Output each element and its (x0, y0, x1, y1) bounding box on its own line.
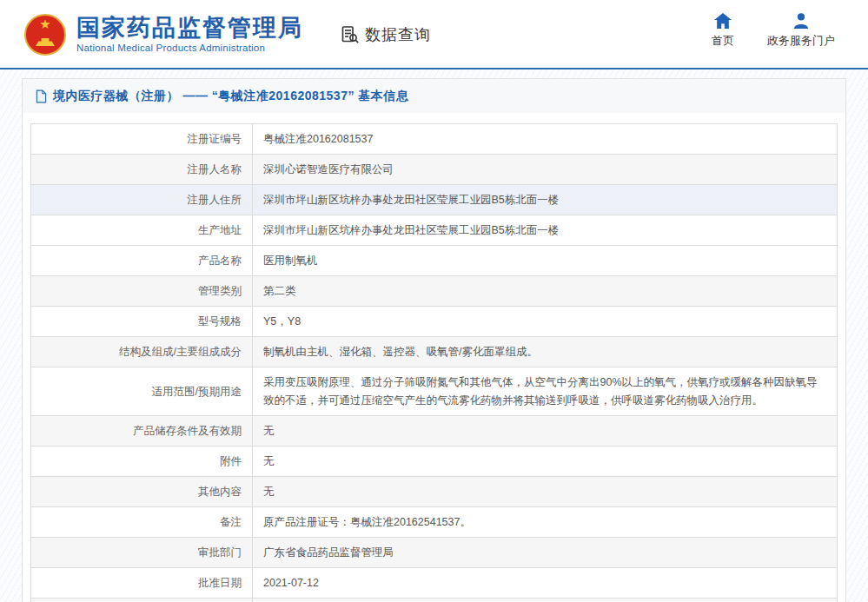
info-table-body: 注册证编号粤械注准20162081537注册人名称深圳心诺智造医疗有限公司注册人… (31, 124, 838, 602)
table-row: 注册证编号粤械注准20162081537 (31, 124, 838, 155)
page-title: 境内医疗器械（注册） —— “粤械注准20162081537” 基本信息 (53, 89, 408, 104)
nav-portal-label: 政务服务门户 (767, 33, 835, 49)
user-icon (792, 12, 811, 30)
registration-info-table: 注册证编号粤械注准20162081537注册人名称深圳心诺智造医疗有限公司注册人… (30, 123, 838, 602)
org-name-zh: 国家药品监督管理局 (76, 15, 303, 41)
row-label: 注册人住所 (31, 185, 253, 215)
org-name-en: National Medical Products Administration (76, 43, 303, 53)
row-value: 2021-07-12 (253, 568, 838, 599)
table-row: 产品储存条件及有效期无 (31, 416, 838, 447)
row-label: 备注 (31, 507, 253, 538)
org-title-block: 国家药品监督管理局 National Medical Products Admi… (76, 15, 303, 53)
row-value: 深圳心诺智造医疗有限公司 (253, 155, 838, 185)
row-value: Y5，Y8 (253, 307, 838, 337)
emblem-star-icon: ★ (39, 17, 50, 30)
table-row: 生效日期 (31, 599, 838, 602)
row-label: 生产地址 (31, 215, 253, 246)
emblem-gate-icon (36, 38, 55, 46)
data-query-label: 数据查询 (365, 24, 431, 45)
table-row: 适用范围/预期用途采用变压吸附原理、通过分子筛吸附氮气和其他气体，从空气中分离出… (31, 367, 838, 416)
row-label: 适用范围/预期用途 (31, 367, 253, 416)
row-label: 审批部门 (31, 538, 253, 568)
table-row: 其他内容无 (31, 477, 838, 507)
table-row: 结构及组成/主要组成成分制氧机由主机、湿化箱、遥控器、吸氧管/雾化面罩组成。 (31, 337, 838, 367)
row-value: 采用变压吸附原理、通过分子筛吸附氮气和其他气体，从空气中分离出90%以上的氧气，… (253, 367, 838, 416)
row-value: 粤械注准20162081537 (253, 124, 838, 155)
row-label: 生效日期 (31, 599, 253, 602)
content-box: 境内医疗器械（注册） —— “粤械注准20162081537” 基本信息 注册证… (22, 78, 846, 602)
row-value: 无 (253, 447, 838, 477)
data-query-icon (340, 24, 361, 45)
row-value: 第二类 (253, 276, 838, 307)
row-value: 制氧机由主机、湿化箱、遥控器、吸氧管/雾化面罩组成。 (253, 337, 838, 367)
table-row: 附件无 (31, 447, 838, 477)
nav-gov-portal[interactable]: 政务服务门户 (767, 12, 835, 49)
home-icon (713, 12, 732, 30)
page-title-bar: 境内医疗器械（注册） —— “粤械注准20162081537” 基本信息 (23, 79, 845, 113)
row-label: 产品储存条件及有效期 (31, 416, 253, 447)
table-row: 备注原产品注册证号：粤械注准20162541537。 (31, 507, 838, 538)
data-query-section[interactable]: 数据查询 (340, 24, 431, 45)
row-label: 型号规格 (31, 307, 253, 337)
table-row: 型号规格Y5，Y8 (31, 307, 838, 337)
document-icon (35, 89, 48, 103)
table-row: 批准日期2021-07-12 (31, 568, 838, 599)
site-header: ★ 国家药品监督管理局 National Medical Products Ad… (0, 0, 868, 68)
row-value: 深圳市坪山新区坑梓办事处龙田社区莹展工业园B5栋北面一楼 (253, 185, 838, 215)
header-nav: 首页 政务服务门户 (712, 12, 835, 49)
row-value: 无 (253, 416, 838, 447)
row-value: 医用制氧机 (253, 246, 838, 276)
row-value: 深圳市坪山新区坑梓办事处龙田社区莹展工业园B5栋北面一楼 (253, 215, 838, 246)
table-row: 管理类别第二类 (31, 276, 838, 307)
row-label: 注册人名称 (31, 155, 253, 185)
table-row: 注册人名称深圳心诺智造医疗有限公司 (31, 155, 838, 185)
national-emblem-logo: ★ (24, 14, 66, 56)
table-row: 审批部门广东省食品药品监督管理局 (31, 538, 838, 568)
row-value: 无 (253, 477, 838, 507)
table-row: 注册人住所深圳市坪山新区坑梓办事处龙田社区莹展工业园B5栋北面一楼 (31, 185, 838, 215)
table-row: 生产地址深圳市坪山新区坑梓办事处龙田社区莹展工业园B5栋北面一楼 (31, 215, 838, 246)
nav-home[interactable]: 首页 (712, 12, 734, 49)
row-label: 结构及组成/主要组成成分 (31, 337, 253, 367)
row-label: 管理类别 (31, 276, 253, 307)
nav-home-label: 首页 (712, 33, 734, 49)
row-value: 原产品注册证号：粤械注准20162541537。 (253, 507, 838, 538)
row-value (253, 599, 838, 602)
row-label: 注册证编号 (31, 124, 253, 155)
row-label: 产品名称 (31, 246, 253, 276)
row-value: 广东省食品药品监督管理局 (253, 538, 838, 568)
table-row: 产品名称医用制氧机 (31, 246, 838, 276)
row-label: 附件 (31, 447, 253, 477)
row-label: 其他内容 (31, 477, 253, 507)
page-body: 境内医疗器械（注册） —— “粤械注准20162081537” 基本信息 注册证… (0, 69, 868, 602)
row-label: 批准日期 (31, 568, 253, 599)
